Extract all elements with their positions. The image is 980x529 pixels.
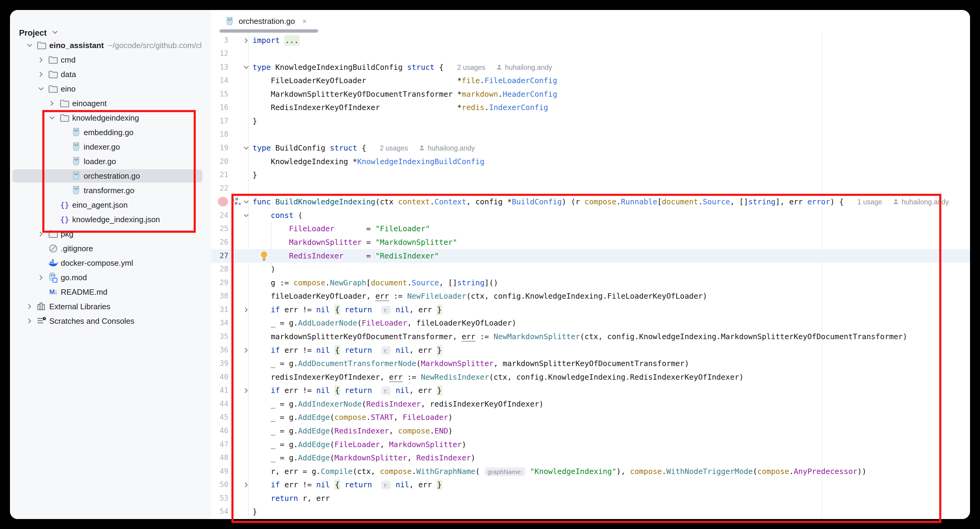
project-tool-window: Project eino_assistant~/gocode/src/githu… [10,10,212,519]
chevron-down-icon [51,29,59,37]
chevron-down-icon[interactable] [37,84,46,93]
line-number: 15 [212,88,228,101]
line-number: 40 [212,370,228,384]
line-number: 22 [212,182,228,195]
line-number: 39 [212,357,228,370]
chevron-right-icon[interactable] [37,70,46,79]
annotation-box-knowledgeindexing-files [42,110,196,233]
code-text: } [253,168,257,182]
fold-collapsed-icon[interactable] [241,33,251,47]
code-line-19[interactable]: 19type BuildConfig struct { 2 usageshuha… [212,141,970,155]
chevron-right-icon[interactable] [37,55,46,64]
sidebar-item-data[interactable]: data [10,67,212,81]
tree-item-path: ~/gocode/src/github.com/cl [108,41,202,50]
folder-icon [48,54,59,65]
go-file-icon [225,16,234,27]
line-number: 34 [212,316,228,330]
sidebar-item-einoagent[interactable]: einoagent [10,96,212,110]
tree-item-label: eino [61,84,76,94]
code-line-14[interactable]: 14 FileLoaderKeyOfLoader *file.FileLoade… [212,74,970,88]
line-number: 3 [212,33,228,47]
project-header[interactable]: Project [19,26,59,40]
tree-item-label: eino_assistant~/gocode/src/github.com/cl [49,41,202,50]
author-person-icon [496,61,503,75]
line-number: 19 [212,141,228,155]
code-text: MarkdownSplitterKeyOfDocumentTransformer… [253,88,557,101]
chevron-right-icon[interactable] [37,273,46,282]
code-line-12[interactable]: 12 [212,47,970,61]
chevron-down-icon[interactable] [25,41,34,50]
code-line-3[interactable]: 3import ... [212,33,970,47]
ignore-file-icon [48,243,59,254]
line-number: 45 [212,411,228,424]
tree-item-label: Scratches and Consoles [49,317,134,326]
code-text: KnowledgeIndexing *KnowledgeIndexingBuil… [253,155,485,168]
folder-icon [59,98,70,109]
line-number: 27 [212,249,228,263]
line-number: 18 [212,127,228,141]
editor-tab-bar: orchestration.go × [212,10,970,33]
tree-item-label: go.mod [61,273,87,282]
fold-expanded-icon[interactable] [241,61,251,74]
line-number: 50 [212,478,228,492]
code-author-hint[interactable]: huhailong.andy [428,144,475,152]
code-line-16[interactable]: 16 RedisIndexerKeyOfIndexer *redis.Index… [212,100,970,114]
code-line-18[interactable]: 18 [212,127,970,141]
libraries-icon [36,301,48,312]
project-header-label: Project [19,29,47,38]
line-number: 13 [212,61,228,74]
line-number: 16 [212,100,228,114]
line-number: 29 [212,276,228,290]
usages-hint[interactable]: 2 usages [380,144,408,152]
code-line-20[interactable]: 20 KnowledgeIndexing *KnowledgeIndexingB… [212,155,970,168]
chevron-right-icon[interactable] [25,302,34,311]
sidebar-item-eino-assistant[interactable]: eino_assistant~/gocode/src/github.com/cl [10,38,212,52]
active-tab-underline [220,29,318,33]
sidebar-item-cmd[interactable]: cmd [10,53,212,67]
sidebar-item-scratches-and-consoles[interactable]: Scratches and Consoles [10,314,212,328]
code-line-21[interactable]: 21} [212,168,970,182]
close-icon[interactable]: × [302,17,307,26]
tab-label: orchestration.go [239,17,295,26]
line-number: 44 [212,397,228,411]
gomod-file-icon [48,272,59,283]
line-number: 47 [212,438,228,451]
folder-icon [36,40,48,51]
tree-item-label: README.md [61,287,108,297]
sidebar-item-external-libraries[interactable]: External Libraries [10,300,212,314]
line-number: 49 [212,465,228,478]
author-person-icon [418,142,425,156]
line-number: 36 [212,343,228,357]
sidebar-item-docker-compose-yml[interactable]: docker-compose.yml [10,256,212,270]
line-number: 25 [212,222,228,236]
line-number: 46 [212,424,228,438]
code-text: FileLoaderKeyOfLoader *file.FileLoaderCo… [253,74,557,88]
code-author-hint[interactable]: huhailong.andy [505,64,552,71]
annotation-box-build-function [231,194,941,523]
folder-icon [48,69,59,80]
sidebar-item-readme-md[interactable]: M↓README.md [10,285,212,299]
line-number: 53 [212,492,228,505]
usages-hint[interactable]: 2 usages [457,64,485,71]
code-text: RedisIndexerKeyOfIndexer *redis.IndexerC… [253,100,548,114]
screenshot-canvas: Project eino_assistant~/gocode/src/githu… [0,0,980,529]
chevron-right-icon[interactable] [25,317,34,325]
line-number: 28 [212,262,228,276]
code-text: type BuildConfig struct { 2 usageshuhail… [253,141,475,156]
sidebar-item--gitignore[interactable]: .gitignore [10,242,212,255]
sidebar-item-eino[interactable]: eino [10,82,212,96]
code-line-22[interactable]: 22 [212,182,970,195]
tree-item-label: docker-compose.yml [61,258,133,268]
fold-expanded-icon[interactable] [241,141,251,155]
chevron-right-icon[interactable] [48,99,56,108]
line-number: 31 [212,303,228,317]
tree-item-label: data [61,70,76,79]
code-line-17[interactable]: 17} [212,114,970,128]
line-number: 35 [212,330,228,343]
breakpoint-dot-icon[interactable] [218,197,228,206]
scratches-icon [36,315,48,327]
code-line-13[interactable]: 13type KnowledgeIndexingBuildConfig stru… [212,61,970,74]
sidebar-item-go-mod[interactable]: go.mod [10,271,212,284]
line-number: 26 [212,236,228,249]
code-line-15[interactable]: 15 MarkdownSplitterKeyOfDocumentTransfor… [212,88,970,101]
